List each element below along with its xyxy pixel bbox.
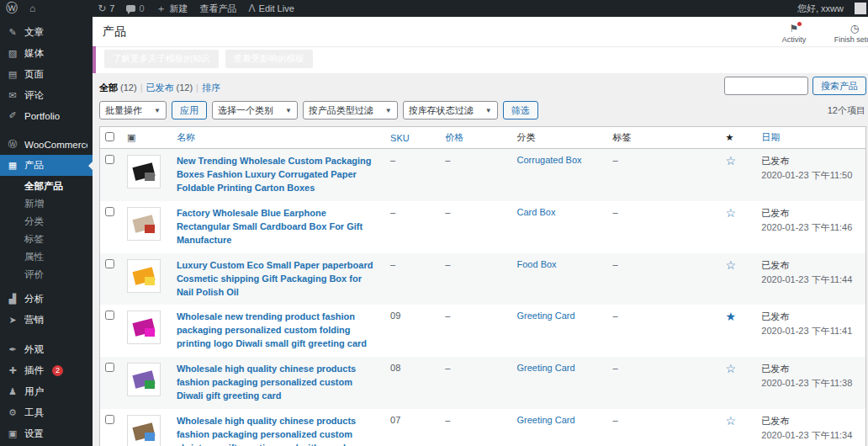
featured-star-outline-icon[interactable]: ☆ — [726, 258, 737, 272]
product-title-link[interactable]: Wholesale high quality chinese products … — [177, 415, 380, 446]
analytics-icon: ▟ — [7, 294, 19, 305]
home-icon[interactable]: ⌂ — [24, 0, 41, 17]
filter-select[interactable]: 按库存状态过滤▼ — [403, 101, 498, 119]
clock-icon: ◷ — [850, 23, 859, 35]
sort-by-date[interactable]: 日期 — [761, 132, 780, 142]
sort-by-name[interactable]: 名称 — [177, 132, 195, 142]
activity-button[interactable]: ⚑ Activity — [770, 23, 818, 43]
search-products-button[interactable]: 搜索产品 — [812, 77, 866, 95]
product-title-link[interactable]: Factory Wholesale Blue Earphone Rectangu… — [177, 207, 380, 247]
updates-menu[interactable]: ↻ 7 — [92, 0, 120, 17]
sidebar-item-label: WooCommerce — [24, 140, 87, 150]
submenu-item[interactable]: 分类 — [0, 213, 93, 231]
view-link[interactable]: 排序 — [202, 82, 220, 93]
sidebar-item-products[interactable]: ▦产品 — [0, 155, 93, 176]
products-table: ▣ 名称 SKU 价格 分类 标签 ★ 日期 New Trending Whol… — [99, 126, 866, 446]
product-title-link[interactable]: New Trending Wholesale Custom Packaging … — [177, 155, 380, 195]
category-link[interactable]: Greeting Card — [517, 363, 575, 373]
sort-by-sku[interactable]: SKU — [390, 133, 410, 143]
view-link[interactable]: 已发布 — [146, 82, 173, 93]
learn-templates-button[interactable]: 了解更多关于模板的知识 — [104, 50, 219, 68]
sidebar-item-label: 工具 — [24, 406, 44, 419]
submenu-item[interactable]: 属性 — [0, 248, 93, 266]
product-title-link[interactable]: Wholesale high quality chinese products … — [177, 363, 380, 403]
category-link[interactable]: Food Box — [517, 259, 557, 269]
view-affected-templates-button[interactable]: 查看受影响的模板 — [225, 50, 313, 68]
product-title-link[interactable]: Luxury Custom Eco Small Paper paperboard… — [177, 259, 380, 300]
row-image-cell — [122, 149, 172, 201]
product-title-link[interactable]: Wholesale new trending product fashion p… — [177, 311, 380, 351]
sort-by-price[interactable]: 价格 — [445, 132, 463, 142]
submenu-item[interactable]: 评价 — [0, 266, 93, 284]
account-menu[interactable]: 您好, xxww — [791, 0, 849, 17]
row-checkbox[interactable] — [105, 259, 114, 268]
sidebar-item-label: 产品 — [24, 159, 44, 172]
sidebar-item-plugins[interactable]: ✚插件2 — [0, 360, 93, 381]
filter-button[interactable]: 筛选 — [503, 101, 538, 119]
wordpress-logo-icon[interactable]: Ⓦ — [0, 0, 24, 17]
featured-star-outline-icon[interactable]: ☆ — [726, 414, 737, 427]
new-content-label: 新建 — [170, 3, 188, 15]
thumbnail-shape — [145, 173, 155, 181]
row-checkbox[interactable] — [105, 207, 114, 216]
sidebar-item-marketing[interactable]: ➤营销 — [0, 310, 93, 331]
category-link[interactable]: Corrugated Box — [517, 155, 582, 165]
sidebar-item-appearance[interactable]: ✒外观 — [0, 339, 93, 360]
finish-setup-button[interactable]: ◷ Finish setup — [831, 23, 868, 43]
sidebar-item-media[interactable]: ▨媒体 — [0, 43, 93, 64]
featured-star-outline-icon[interactable]: ☆ — [726, 362, 737, 375]
category-link[interactable]: Card Box — [517, 207, 556, 217]
product-thumbnail[interactable] — [127, 363, 161, 396]
select-all-checkbox[interactable] — [105, 132, 114, 141]
plugins-icon: ✚ — [7, 365, 19, 376]
thumbnail-shape — [145, 433, 155, 441]
sidebar-item-analytics[interactable]: ▟分析 — [0, 289, 93, 310]
product-thumbnail[interactable] — [127, 311, 161, 344]
row-checkbox[interactable] — [105, 363, 114, 372]
sidebar-item-portfolio[interactable]: ✐Portfolio — [0, 106, 93, 125]
featured-star-filled-icon[interactable]: ★ — [726, 310, 737, 323]
edit-live-link[interactable]: Λ Edit Live — [243, 0, 300, 17]
product-thumbnail[interactable] — [127, 207, 161, 241]
featured-star-outline-icon[interactable]: ☆ — [726, 206, 737, 220]
submenu-item[interactable]: 新增 — [0, 195, 93, 213]
filter-select-value: 按库存状态过滤 — [409, 104, 474, 117]
row-checkbox[interactable] — [105, 311, 114, 320]
product-thumbnail[interactable] — [127, 155, 161, 188]
product-thumbnail[interactable] — [127, 415, 161, 446]
row-price-cell: – — [440, 305, 511, 357]
users-icon: ♟ — [7, 386, 19, 397]
row-checkbox[interactable] — [105, 415, 114, 424]
sidebar-item-comments[interactable]: ✉评论 — [0, 85, 93, 106]
row-tags-cell: – — [607, 305, 720, 357]
submenu-item[interactable]: 全部产品 — [0, 178, 93, 195]
view-link[interactable]: 全部 — [99, 82, 118, 93]
apply-button[interactable]: 应用 — [172, 101, 207, 119]
sidebar-item-woocommerce[interactable]: ⓌWooCommerce — [0, 134, 93, 155]
filter-select[interactable]: 按产品类型过滤▼ — [303, 101, 398, 119]
comments-menu[interactable]: 0 — [120, 0, 150, 17]
sidebar-item-tools[interactable]: ⚙工具 — [0, 402, 93, 423]
product-thumbnail[interactable] — [127, 259, 161, 293]
row-tags-cell: – — [607, 253, 720, 305]
submenu-item[interactable]: 标签 — [0, 231, 93, 248]
row-date-cell: 已发布2020-01-23 下午11:50 — [756, 149, 865, 201]
bulk-actions-select[interactable]: 批量操作 ▼ — [99, 101, 167, 119]
page-header: 产品 ⚑ Activity ◷ Finish setup — [93, 17, 868, 46]
category-link[interactable]: Greeting Card — [517, 415, 575, 425]
category-link[interactable]: Greeting Card — [517, 311, 575, 321]
sidebar-item-users[interactable]: ♟用户 — [0, 381, 93, 402]
view-product-link[interactable]: 查看产品 — [194, 0, 243, 17]
sidebar-item-label: 分析 — [24, 293, 44, 305]
row-checkbox[interactable] — [105, 155, 114, 164]
item-count: 12个项目 — [828, 104, 866, 117]
filter-select[interactable]: 选择一个类别▼ — [212, 101, 298, 119]
search-input[interactable] — [724, 77, 808, 95]
sidebar-item-settings[interactable]: ▣设置 — [0, 423, 93, 444]
sidebar-item-pages[interactable]: ▤页面 — [0, 64, 93, 85]
sidebar-item-posts[interactable]: ✎文章 — [0, 22, 93, 43]
new-content-menu[interactable]: ＋ 新建 — [151, 0, 194, 17]
avatar[interactable] — [855, 3, 866, 14]
featured-star-outline-icon[interactable]: ☆ — [726, 154, 737, 167]
row-name-cell: Luxury Custom Eco Small Paper paperboard… — [172, 253, 385, 305]
